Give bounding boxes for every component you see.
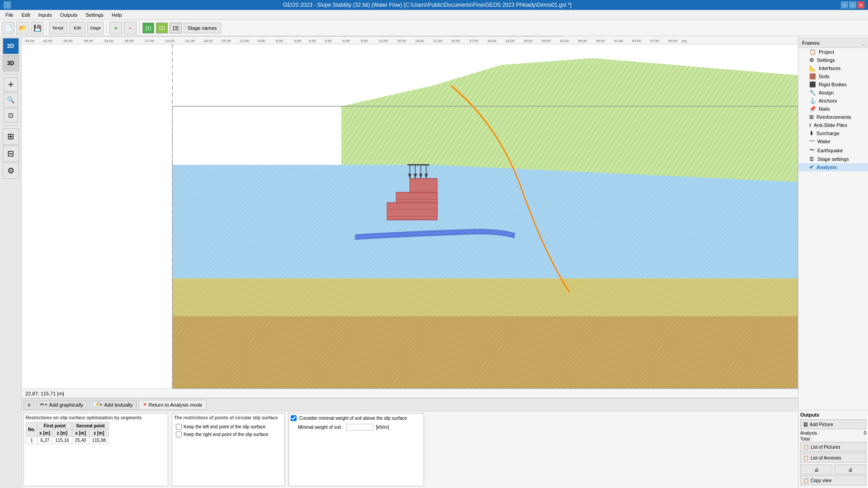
- bottom-panel: ≡ ✏+ Add graphically 📝+ Add textually ✕ …: [22, 398, 798, 488]
- sidebar-item-anti-slide-piles[interactable]: ⫳ Anti-Slide Piles: [798, 121, 868, 129]
- save-button[interactable]: 💾: [31, 22, 43, 34]
- minimal-weight-checkbox[interactable]: [291, 415, 297, 421]
- minimal-weight-input[interactable]: 25,00: [346, 424, 373, 431]
- menu-settings[interactable]: Settings: [82, 11, 107, 19]
- add-graphically-button[interactable]: ✏+ Add graphically: [36, 400, 87, 410]
- sidebar-item-label: Anti-Slide Piles: [814, 122, 847, 128]
- sidebar-item-nails[interactable]: 📌 Nails: [798, 105, 868, 113]
- add-picture-button[interactable]: 🖼 Add Picture: [800, 419, 866, 429]
- svg-text:42,00: 42,00: [560, 39, 569, 43]
- stage2-button[interactable]: [2]: [156, 23, 168, 33]
- assign-icon: 🔧: [809, 89, 816, 96]
- list-of-annexes-button[interactable]: 📋 List of Annexes: [800, 453, 866, 463]
- sidebar-item-interfaces[interactable]: 📐 Interfaces: [798, 64, 868, 72]
- grid-button[interactable]: ⊞: [3, 128, 19, 145]
- view-3d-button[interactable]: 3D: [3, 55, 19, 71]
- table-row: 1 6,27 115,16 25,40 115,98: [26, 437, 109, 444]
- sidebar-item-water[interactable]: 〰 Water: [798, 137, 868, 145]
- settings-tool-button[interactable]: ⚙: [3, 163, 19, 179]
- menu-outputs[interactable]: Outputs: [57, 11, 81, 19]
- col-z1: z [m]: [52, 430, 72, 437]
- col-x1: x [m]: [38, 430, 52, 437]
- title-bar: GEOS 2023 - Slope Stability (32 bit) (Wa…: [0, 0, 868, 10]
- svg-text:12,00: 12,00: [379, 39, 388, 43]
- keep-left-checkbox[interactable]: [176, 424, 182, 430]
- sidebar-item-anchors[interactable]: ⚓ Anchors: [798, 97, 868, 105]
- sidebar-item-surcharge[interactable]: ⬇ Surcharge: [798, 129, 868, 137]
- keep-right-checkbox[interactable]: [176, 432, 182, 437]
- sidebar-item-analysis[interactable]: ✔ Analysis: [798, 163, 868, 171]
- move-tool-button[interactable]: ✛: [4, 77, 18, 92]
- select-tool-button[interactable]: ⊡: [4, 108, 18, 122]
- bottom-toolbar: ≡ ✏+ Add graphically 📝+ Add textually ✕ …: [22, 399, 798, 411]
- stage3-button[interactable]: [3]: [170, 23, 181, 33]
- sidebar-item-stage-settings[interactable]: 🗓 Stage settings: [798, 155, 868, 163]
- list-mode-button[interactable]: ≡: [24, 400, 34, 410]
- menu-file[interactable]: File: [2, 11, 17, 19]
- sidebar-item-label: Anchors: [819, 98, 837, 103]
- menu-help[interactable]: Help: [108, 11, 126, 19]
- anti-slide-piles-icon: ⫳: [809, 122, 811, 128]
- zoom-in-button[interactable]: +: [109, 22, 122, 34]
- open-button[interactable]: 📂: [16, 22, 29, 34]
- list-of-annexes-icon: 📋: [803, 455, 809, 460]
- sidebar-item-label: Project: [819, 49, 834, 55]
- stage1-button[interactable]: [1]: [142, 23, 154, 33]
- sidebar-item-soils[interactable]: 🟫 Soils: [798, 72, 868, 80]
- structure-base: [387, 203, 437, 220]
- drawing-area[interactable]: [22, 44, 798, 389]
- minimize-button[interactable]: ─: [841, 1, 848, 9]
- collapse-button[interactable]: _: [862, 40, 864, 46]
- print-icon: 🖨: [814, 467, 819, 472]
- print-button[interactable]: 🖨: [800, 465, 832, 474]
- svg-text:-21,00: -21,00: [184, 39, 195, 43]
- sidebar-item-settings[interactable]: ⚙ Settings: [798, 56, 868, 64]
- coordinates-bar: 22,87; 115,71 [m]: [22, 389, 798, 398]
- sidebar-item-earthquake[interactable]: 〜 Earthquake: [798, 145, 868, 155]
- sidebar-item-label: Nails: [819, 106, 830, 112]
- col-first-point: First point: [38, 422, 72, 430]
- sidebar-item-label: Interfaces: [819, 66, 840, 71]
- project-icon: 📋: [809, 49, 816, 55]
- slip-surface-section-title: Restrictions on slip surface optimizatio…: [26, 415, 166, 420]
- return-to-analysis-button[interactable]: ✕ Return to Analysis mode: [139, 400, 207, 410]
- menu-inputs[interactable]: Inputs: [35, 11, 56, 19]
- blue-terrain-hatch: [172, 165, 798, 278]
- zoom-tool-button[interactable]: 🔍: [4, 93, 18, 107]
- sidebar-item-project[interactable]: 📋 Project: [798, 48, 868, 56]
- sidebar-item-label: Surcharge: [816, 131, 840, 136]
- svg-text:-36,00: -36,00: [83, 39, 93, 43]
- brown-terrain-hatch: [172, 316, 798, 389]
- total-row: Total :: [800, 436, 866, 442]
- return-icon: ✕: [143, 402, 147, 408]
- maximize-button[interactable]: □: [849, 1, 856, 9]
- close-button[interactable]: ✕: [857, 1, 864, 9]
- edit-button[interactable]: Edit: [69, 22, 85, 34]
- layers-button[interactable]: ⊟: [3, 145, 19, 162]
- svg-text:54,00: 54,00: [632, 39, 642, 43]
- sidebar-item-assign[interactable]: 🔧 Assign: [798, 89, 868, 97]
- circular-section-title: The restrictions of points of circular s…: [174, 415, 283, 420]
- total-label: Total :: [800, 436, 812, 441]
- outputs-section: Outputs 🖼 Add Picture Analysis : 0 Total…: [798, 410, 868, 488]
- cell-z2: 115,98: [89, 437, 109, 444]
- view-2d-button[interactable]: 2D: [3, 38, 19, 54]
- add-textually-button[interactable]: 📝+ Add textually: [89, 400, 137, 410]
- list-of-pictures-button[interactable]: 📋 List of Pictures: [800, 442, 866, 452]
- stage-button[interactable]: Stage: [87, 22, 104, 34]
- menu-edit[interactable]: Edit: [18, 11, 34, 19]
- zoom-out-button[interactable]: −: [124, 22, 137, 34]
- sidebar-item-reinforcements[interactable]: ⊞ Reinforcements: [798, 113, 868, 121]
- new-button[interactable]: 📄: [2, 22, 14, 34]
- svg-text:18,00: 18,00: [415, 39, 425, 43]
- cell-x2: 25,40: [72, 437, 89, 444]
- analysis-row: Analysis : 0: [800, 430, 866, 436]
- left-sidebar: 2D 3D ✛ 🔍 ⊡ ⊞ ⊟ ⚙: [0, 36, 22, 488]
- stage-names-button[interactable]: Stage names: [184, 23, 221, 33]
- sidebar-item-rigid-bodies[interactable]: ⬛ Rigid Bodies: [798, 80, 868, 89]
- template-button[interactable]: Templ.: [49, 22, 67, 34]
- copy-view-button[interactable]: 📋 Copy view: [800, 475, 866, 485]
- sand-terrain-hatch: [172, 278, 798, 319]
- svg-text:15,00: 15,00: [397, 39, 406, 43]
- print2-button[interactable]: 🖨: [834, 465, 866, 474]
